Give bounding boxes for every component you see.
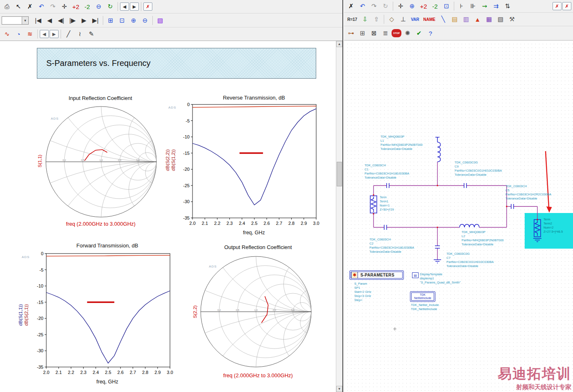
insert-pin-button[interactable]: ⊦: [456, 1, 467, 11]
tuning-button[interactable]: ⚒: [507, 14, 517, 24]
repeat-last-button[interactable]: ↻: [380, 1, 391, 11]
zoom-in-button[interactable]: ⊕: [128, 16, 139, 25]
netlist-button[interactable]: ≣: [380, 28, 391, 38]
refresh-button[interactable]: ↻: [105, 2, 116, 11]
page-forward-button[interactable]: ▶: [50, 30, 59, 38]
vertical-scrollbar[interactable]: ▲ ▼: [336, 41, 342, 392]
data-display-canvas[interactable]: S-Parameters vs. Frequency Input Reflect…: [0, 41, 336, 392]
zoom-select-button[interactable]: ⊖: [93, 2, 104, 11]
display-title-box[interactable]: S-Parameters vs. Frequency: [37, 48, 316, 79]
insert-polygon-button[interactable]: ◇: [386, 14, 397, 24]
component-label-C7[interactable]: TDK_C0603C0GC7PartNo=C0603C0G1H010C030BA…: [446, 252, 494, 268]
component-label-SP1[interactable]: S_ParamSP1Start=2 GHzStop=3 GHzStep=: [354, 282, 371, 302]
prev-page-button[interactable]: ◀|: [56, 16, 66, 25]
component-label-C2[interactable]: TDK_C0603CHC2PartNo=C0603CH1H180J030BATo…: [369, 238, 414, 254]
spectrum-button[interactable]: ▦: [484, 14, 494, 24]
forward-button[interactable]: ▶: [130, 2, 139, 11]
design-check-button[interactable]: ✔: [414, 28, 424, 38]
undo-button[interactable]: ↶: [357, 1, 368, 11]
help-button[interactable]: ?: [425, 28, 436, 38]
insert-bus-button[interactable]: ⇉: [491, 1, 501, 11]
pointer-button[interactable]: ↖: [13, 2, 24, 11]
zoom-in-2x-button[interactable]: +2: [70, 2, 81, 11]
netlist-include-box[interactable]: TDK NetlistInclude: [410, 291, 435, 302]
insert-polyline-button[interactable]: ≀: [75, 29, 85, 39]
zoom-out-button[interactable]: ⊖: [140, 16, 150, 25]
component-label-C9[interactable]: TDK_C0603C0GC9PartNo=C0603C0G1H010C030BA…: [455, 161, 502, 177]
var-button[interactable]: VAR: [409, 14, 421, 24]
pop-out-button[interactable]: ⇧: [371, 14, 382, 24]
component-label-C5[interactable]: TDK_C0603CHC5PartNo=C0603CH1H2R2C030BATo…: [505, 184, 551, 201]
zoom-area-button[interactable]: ⊕: [407, 1, 417, 11]
library-browser-button[interactable]: ▤: [449, 14, 460, 24]
plot-reverse-transmission[interactable]: 2.02.12.22.32.42.52.62.72.82.93.00-5-10-…: [167, 101, 323, 232]
component-label-C1[interactable]: TDK_C0603CHC1PartNo=C0603CH1H180J030BATo…: [365, 163, 409, 180]
pan-button[interactable]: ✛: [395, 1, 406, 11]
redo-button[interactable]: ↷: [369, 1, 379, 11]
insert-smith-plot-button[interactable]: ◔: [13, 29, 24, 39]
new-window-button[interactable]: ⊞: [357, 28, 368, 38]
component-label-netlist[interactable]: TDK_Netlist_IncludeTDK_NetlistInclude: [411, 303, 439, 311]
s-parameters-controller[interactable]: ✱ S-PARAMETERS: [349, 270, 404, 280]
scrollbar-thumb[interactable]: [337, 162, 342, 186]
scroll-down-button[interactable]: ▼: [336, 386, 342, 392]
deactivate-component-button[interactable]: ⊠: [369, 28, 379, 38]
port-icon-button[interactable]: ⊶: [346, 28, 356, 38]
insert-text-button[interactable]: ✎: [86, 29, 97, 39]
dataset-select[interactable]: ▾: [2, 16, 29, 25]
component-label-disptemp1[interactable]: DisplayTemplatedisptemp1"S_Params_Quad_d…: [420, 272, 461, 285]
insert-port-pair-button[interactable]: ⊪: [468, 1, 478, 11]
name-node-button[interactable]: NAME: [422, 14, 437, 24]
insert-ground-button[interactable]: ⊥: [398, 14, 408, 24]
simulation-settings-button[interactable]: ✺: [402, 28, 413, 38]
simulate-button[interactable]: ▲: [472, 14, 483, 24]
svg-text:2.8: 2.8: [142, 370, 148, 375]
chevron-down-icon[interactable]: ▾: [22, 17, 28, 24]
print-button[interactable]: ⎙: [2, 2, 12, 11]
insert-plot-button[interactable]: ▧: [155, 16, 165, 25]
display-template-icon[interactable]: ▤: [412, 272, 419, 278]
insert-line-button[interactable]: ╱: [63, 29, 74, 39]
component-value-icon[interactable]: R=17: [346, 14, 359, 24]
delete-button[interactable]: ✗: [346, 1, 356, 11]
wire-route-button[interactable]: ⇝: [479, 1, 490, 11]
data-display-button[interactable]: ▧: [495, 14, 506, 24]
zoom-fit-button[interactable]: ⊡: [117, 16, 127, 25]
insert-rect-plot-button[interactable]: ∿: [2, 29, 12, 39]
stop-button[interactable]: STOP: [392, 29, 401, 37]
close-design-button[interactable]: ✗: [553, 2, 562, 10]
next-trace-button[interactable]: ▶: [79, 16, 89, 25]
swap-component-button[interactable]: ⇅: [502, 1, 513, 11]
tile-windows-button[interactable]: ⊞: [105, 16, 116, 25]
smith-chart-output-reflection[interactable]: 0.20.51.02.05.0: [195, 250, 317, 373]
prev-trace-button[interactable]: ◀: [44, 16, 55, 25]
next-page-button[interactable]: |▶: [67, 16, 78, 25]
first-page-button[interactable]: |◀: [33, 16, 43, 25]
page-back-button[interactable]: ◀: [40, 30, 49, 38]
component-palette-button[interactable]: ▥: [461, 14, 471, 24]
last-page-button[interactable]: ▶|: [90, 16, 101, 25]
pan-button[interactable]: ✛: [59, 2, 70, 11]
smith-chart-input-reflection[interactable]: 0.20.51.02.05.0: [40, 100, 163, 223]
insert-stack-plot-button[interactable]: ≋: [25, 29, 35, 39]
zoom-full-button[interactable]: ⊡: [441, 1, 452, 11]
back-button[interactable]: ◀: [120, 2, 129, 11]
zoom-out-2x-button[interactable]: -2: [430, 1, 440, 11]
zoom-in-2x-button[interactable]: +2: [418, 1, 429, 11]
undo-button[interactable]: ↶: [36, 2, 47, 11]
close-window-button[interactable]: ✗: [143, 2, 152, 11]
component-label-L1[interactable]: TDK_MHQ0603PL1PartNo=MHQ0603P2N0BT000Tol…: [380, 135, 423, 151]
component-label-Term1[interactable]: TermTerm1Num=1Z=50+j*29: [380, 195, 394, 212]
scroll-up-button[interactable]: ▲: [336, 41, 342, 47]
wire-label-button[interactable]: ╲: [438, 14, 448, 24]
schematic-canvas[interactable]: TDK_MHQ0603PL1PartNo=MHQ0603P2N0BT000Tol…: [344, 41, 573, 392]
push-into-hierarchy-button[interactable]: ⇩: [360, 14, 370, 24]
component-label-Term2[interactable]: TermTerm2Num=2Z=27.5+j*46.5: [544, 218, 563, 234]
delete-button[interactable]: ✗: [25, 2, 35, 11]
component-label-L2[interactable]: TDK_MHQ0603PL2PartNo=MHQ0603P2N0BT000Tol…: [462, 230, 504, 247]
zoom-out-2x-button[interactable]: -2: [82, 2, 93, 11]
svg-text:-5: -5: [186, 118, 190, 123]
close-window-button[interactable]: ✗: [562, 2, 571, 10]
plot-forward-transmission[interactable]: 2.02.12.22.32.42.52.62.72.82.93.00-5-10-…: [21, 250, 177, 381]
redo-button[interactable]: ↷: [48, 2, 58, 11]
